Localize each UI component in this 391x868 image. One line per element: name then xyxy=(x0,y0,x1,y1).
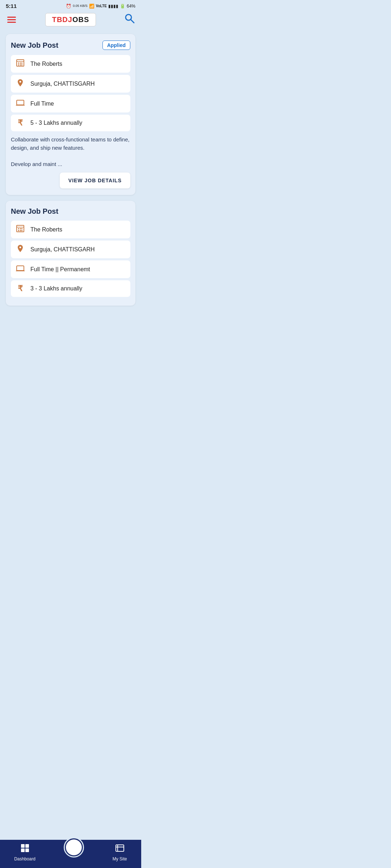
menu-button[interactable] xyxy=(6,15,17,24)
applied-badge-1[interactable]: Applied xyxy=(102,41,130,50)
jobtype-row-1: Full Time xyxy=(11,95,130,112)
battery-icon: 🔋 xyxy=(120,4,125,9)
svg-rect-15 xyxy=(20,228,21,229)
salary-text-2: 3 - 3 Lakhs annually xyxy=(30,285,82,292)
location-row-1: Surguja, CHATTISGARH xyxy=(11,75,130,93)
rupee-icon-1: ₹ xyxy=(15,118,25,128)
company-row-1: The Roberts xyxy=(11,55,130,73)
svg-rect-16 xyxy=(21,228,22,229)
search-button[interactable] xyxy=(124,13,135,27)
company-name-2: The Roberts xyxy=(30,226,62,233)
svg-rect-7 xyxy=(18,64,19,65)
scroll-area: New Job Post Applied The Roberts xyxy=(0,30,141,342)
svg-rect-10 xyxy=(17,100,24,105)
laptop-icon-1 xyxy=(15,98,25,109)
salary-row-1: ₹ 5 - 3 Lakhs annually xyxy=(11,115,130,131)
logo-j: J xyxy=(68,16,72,24)
building-icon-2 xyxy=(15,224,25,235)
status-time: 5:11 xyxy=(6,3,17,9)
location-text-1: Surguja, CHATTISGARH xyxy=(30,81,95,87)
jobtype-text-2: Full Time || Permanemt xyxy=(30,266,90,273)
location-row-2: Surguja, CHATTISGARH xyxy=(11,241,130,258)
job-card-1: New Job Post Applied The Roberts xyxy=(6,34,135,195)
card-title-2: New Job Post xyxy=(11,207,58,216)
location-icon-1 xyxy=(15,78,25,89)
location-icon-2 xyxy=(15,244,25,255)
salary-row-2: ₹ 3 - 3 Lakhs annually xyxy=(11,280,130,297)
status-bar: 5:11 ⏰ 0.05 KB/S 📶 VoLTE ▮▮▮▮ 🔋 64% xyxy=(0,0,141,10)
wifi-icon: 📶 xyxy=(89,4,94,9)
svg-rect-5 xyxy=(20,63,21,64)
job-card-2: New Job Post The Roberts xyxy=(6,201,135,306)
alarm-icon: ⏰ xyxy=(66,4,71,9)
svg-rect-8 xyxy=(20,64,21,65)
location-text-2: Surguja, CHATTISGARH xyxy=(30,246,95,253)
data-speed: 0.05 KB/S xyxy=(73,4,88,8)
card-header-2: New Job Post xyxy=(11,207,130,216)
logo-obs: OBS xyxy=(72,16,89,24)
jobtype-text-1: Full Time xyxy=(30,101,54,107)
battery-percent: 64% xyxy=(127,4,135,9)
svg-rect-9 xyxy=(21,64,22,65)
laptop-icon-2 xyxy=(15,264,25,275)
svg-rect-4 xyxy=(18,63,19,64)
jobtype-row-2: Full Time || Permanemt xyxy=(11,260,130,278)
job-description-1: Collaborate with cross-functional teams … xyxy=(11,136,130,168)
logo-tbd: TBD xyxy=(52,16,68,24)
svg-line-1 xyxy=(131,20,134,23)
signal-icon: ▮▮▮▮ xyxy=(108,4,118,9)
volte-icon: VoLTE xyxy=(96,4,107,8)
card-header-1: New Job Post Applied xyxy=(11,41,130,50)
status-icons: ⏰ 0.05 KB/S 📶 VoLTE ▮▮▮▮ 🔋 64% xyxy=(66,4,135,9)
company-name-1: The Roberts xyxy=(30,61,62,67)
svg-rect-14 xyxy=(18,228,19,229)
svg-rect-18 xyxy=(20,230,21,231)
building-icon-1 xyxy=(15,59,25,69)
svg-rect-6 xyxy=(21,63,22,64)
rupee-icon-2: ₹ xyxy=(15,284,25,293)
app-header: TBDJOBS xyxy=(0,10,141,30)
app-logo: TBDJOBS xyxy=(45,13,96,26)
company-row-2: The Roberts xyxy=(11,221,130,238)
card-title-1: New Job Post xyxy=(11,41,58,50)
svg-rect-17 xyxy=(18,230,19,231)
view-job-details-btn-1[interactable]: VIEW JOB DETAILS xyxy=(60,173,130,188)
svg-rect-20 xyxy=(17,266,24,271)
svg-rect-19 xyxy=(21,230,22,231)
salary-text-1: 5 - 3 Lakhs annually xyxy=(30,120,82,126)
